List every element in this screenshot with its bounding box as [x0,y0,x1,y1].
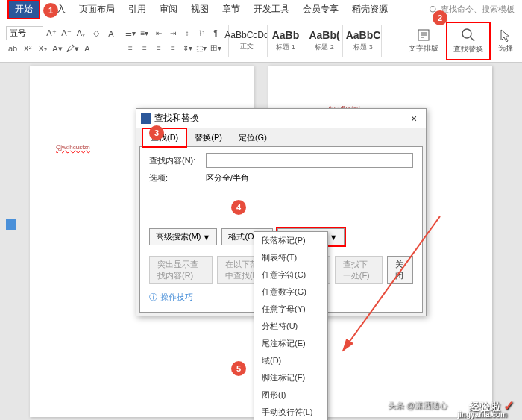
sub-icon[interactable]: X₂ [36,42,49,55]
menu-any-letter[interactable]: 任意字母(Y) [254,301,327,318]
annotation-badge-1: 1 [43,3,58,18]
clear-format-icon[interactable]: ◇ [89,27,103,40]
tab-goto[interactable]: 定位(G) [230,128,275,147]
numbering-icon[interactable]: ≡▾ [138,27,151,40]
style-preview: AaBb [272,29,300,41]
find-replace-icon [461,28,476,43]
find-replace-label: 查找替换 [453,44,483,54]
menu-para-mark[interactable]: 段落标记(P) [254,232,327,249]
chevron-down-icon: ▼ [330,233,338,242]
style-h1[interactable]: AaBb 标题 1 [267,25,304,57]
tab-view[interactable]: 视图 [185,1,215,18]
decrease-font-icon[interactable]: A⁻ [60,27,73,40]
style-label: 正文 [240,42,254,51]
highlight-results-button[interactable]: 突出显示查找内容(R) [149,256,213,284]
cursor-icon [499,28,512,42]
indent-dec-icon[interactable]: ⇤ [152,27,166,40]
sort-icon[interactable]: ⚐ [195,27,208,40]
sidebar-nav-icon[interactable] [6,219,16,230]
font-color-icon[interactable]: A▾ [51,42,64,55]
tab-dev[interactable]: 开发工具 [248,1,295,18]
menu-graphic[interactable]: 图形(I) [254,386,327,404]
menu-column-break[interactable]: 分栏符(U) [254,318,327,335]
style-h3[interactable]: AaBbC 标题 3 [345,25,382,57]
text-layout-label: 文字排版 [409,43,438,54]
phonetic-icon[interactable]: A [104,27,118,40]
tab-resource[interactable]: 稻壳资源 [346,1,394,18]
options-label: 选项: [149,172,201,184]
font-size-select[interactable]: 五号 [6,26,43,40]
style-preview: AaBbC [346,29,381,41]
font-group: 五号 A⁺ A⁻ Aᵥ ◇ A ab X² X₂ A▾ 🖍▾ A [6,26,118,55]
menu-manual-line[interactable]: 手动换行符(L) [254,404,327,420]
annotation-badge-5: 5 [231,361,246,376]
select-button[interactable]: 选择 [495,27,516,55]
watermark-author: 头条 @潇洒随心 [388,400,447,411]
indent-inc-icon[interactable]: ⇥ [166,27,180,40]
close-button[interactable]: × [406,113,421,125]
tab-layout[interactable]: 页面布局 [73,1,121,18]
increase-font-icon[interactable]: A⁺ [45,27,58,40]
ribbon-content: 五号 A⁺ A⁻ Aᵥ ◇ A ab X² X₂ A▾ 🖍▾ A ☰▾ ≡▾ ⇤… [0,19,522,63]
select-label: 选择 [498,43,513,54]
change-case-icon[interactable]: Aᵥ [75,27,88,40]
styles-gallery: AaBbCcDd 正文 AaBb 标题 1 AaBb( 标题 2 AaBbC 标… [228,25,382,57]
highlight-icon[interactable]: 🖍▾ [66,42,79,55]
align-justify-icon[interactable]: ≡ [166,42,180,55]
svg-point-0 [430,6,436,12]
dialog-titlebar[interactable]: 查找和替换 × [136,109,426,128]
bullets-icon[interactable]: ☰▾ [124,27,137,40]
find-content-input[interactable] [206,153,413,168]
svg-point-6 [462,29,471,38]
line-spacing-icon[interactable]: ⇕▾ [180,42,194,55]
para-group: ☰▾ ≡▾ ⇤ ⇥ ↕ ⚐ ¶ ≡ ≡ ≡ ≡ ⇕▾ ⬚▾ 田▾ [124,27,222,55]
tab-chapter[interactable]: 章节 [216,1,246,18]
document-text: Qjwdhcustzn [56,144,90,151]
strike-icon[interactable]: ab [6,42,19,55]
style-h2[interactable]: AaBb( 标题 2 [306,25,343,57]
menu-field[interactable]: 域(D) [254,352,327,369]
watermark-url: jingyanla.com [457,410,507,419]
shading-icon[interactable]: ⬚▾ [195,42,208,55]
info-icon: ⓘ [149,292,157,303]
menu-footnote[interactable]: 脚注标记(F) [254,369,327,386]
style-label: 标题 3 [353,43,373,52]
show-marks-icon[interactable]: ¶ [209,27,222,40]
special-format-menu: 段落标记(P) 制表符(T) 任意字符(C) 任意数字(G) 任意字母(Y) 分… [254,231,328,420]
close-dialog-button[interactable]: 关闭 [387,256,413,284]
style-preview: AaBbCcDd [224,30,268,40]
dialog-title-text: 查找和替换 [154,112,199,125]
tab-reference[interactable]: 引用 [122,1,152,18]
dialog-icon [141,113,151,124]
text-layout-button[interactable]: 文字排版 [406,27,441,55]
annotation-badge-4: 4 [231,200,246,215]
menu-endnote[interactable]: 尾注标记(E) [254,335,327,352]
text-layout-icon [417,28,430,42]
find-replace-button[interactable]: 查找替换 [446,22,491,60]
svg-line-7 [471,37,474,41]
dialog-tabs: 查找(D) 替换(P) 定位(G) [136,128,426,147]
style-normal[interactable]: AaBbCcDd 正文 [228,25,265,57]
tab-start[interactable]: 开始 [7,0,40,19]
advanced-search-button[interactable]: 高级搜索(M) ▼ [149,228,217,245]
options-value: 区分全/半角 [206,172,249,184]
search-placeholder: 查找命令、搜索模板 [441,4,515,15]
menu-any-char[interactable]: 任意字符(C) [254,266,327,283]
tab-review[interactable]: 审阅 [154,1,183,18]
find-next-button[interactable]: 查找下一处(F) [335,256,383,284]
style-preview: AaBb( [309,29,339,41]
menu-any-digit[interactable]: 任意数字(G) [254,283,327,301]
align-right-icon[interactable]: ≡ [152,42,166,55]
chevron-down-icon: ▼ [203,233,211,242]
align-left-icon[interactable]: ≡ [124,42,137,55]
char-border-icon[interactable]: A [81,42,94,55]
border-icon[interactable]: 田▾ [209,42,222,55]
menu-tab-char[interactable]: 制表符(T) [254,249,327,266]
style-label: 标题 1 [276,43,295,52]
super-icon[interactable]: X² [21,42,34,55]
align-center-icon[interactable]: ≡ [138,42,151,55]
text-direction-icon[interactable]: ↕ [180,27,194,40]
tab-member[interactable]: 会员专享 [297,1,345,18]
tab-replace[interactable]: 替换(P) [186,128,230,147]
style-label: 标题 2 [315,43,334,52]
